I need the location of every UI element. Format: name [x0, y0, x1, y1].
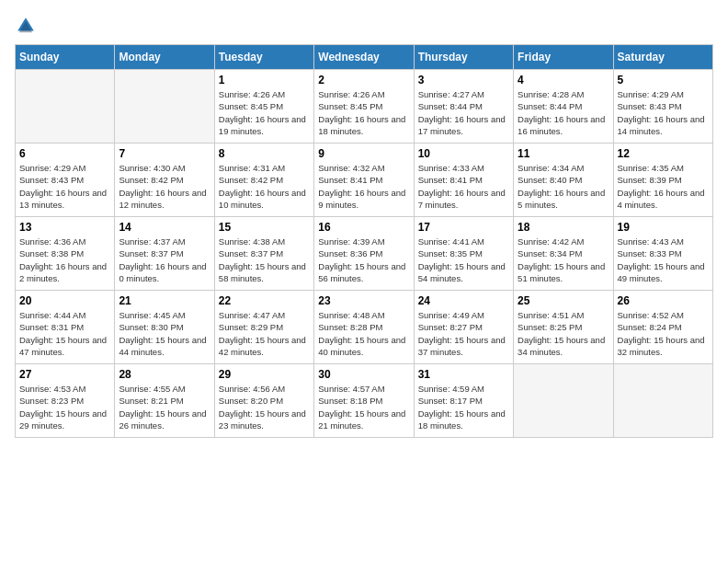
- day-number: 31: [418, 368, 509, 381]
- calendar-cell: [115, 70, 214, 144]
- day-number: 30: [318, 368, 409, 381]
- day-number: 14: [119, 221, 210, 234]
- day-number: 9: [318, 147, 409, 160]
- calendar-cell: 1Sunrise: 4:26 AM Sunset: 8:45 PM Daylig…: [214, 70, 313, 144]
- day-info: Sunrise: 4:35 AM Sunset: 8:39 PM Dayligh…: [618, 162, 709, 211]
- calendar-cell: 25Sunrise: 4:51 AM Sunset: 8:25 PM Dayli…: [514, 291, 613, 364]
- day-info: Sunrise: 4:57 AM Sunset: 8:18 PM Dayligh…: [318, 383, 409, 431]
- day-number: 1: [219, 74, 310, 86]
- calendar-cell: [613, 364, 712, 438]
- day-info: Sunrise: 4:30 AM Sunset: 8:42 PM Dayligh…: [119, 162, 210, 211]
- calendar-cell: 10Sunrise: 4:33 AM Sunset: 8:41 PM Dayli…: [414, 144, 513, 217]
- day-info: Sunrise: 4:53 AM Sunset: 8:23 PM Dayligh…: [19, 383, 110, 431]
- calendar-day-header: Friday: [514, 45, 613, 70]
- page-header: [15, 15, 713, 37]
- day-number: 6: [19, 147, 110, 160]
- day-number: 5: [618, 74, 709, 86]
- day-info: Sunrise: 4:26 AM Sunset: 8:45 PM Dayligh…: [318, 88, 409, 137]
- calendar-cell: 15Sunrise: 4:38 AM Sunset: 8:37 PM Dayli…: [214, 217, 313, 291]
- day-number: 25: [518, 294, 609, 307]
- calendar-day-header: Tuesday: [214, 45, 313, 70]
- calendar-day-header: Wednesday: [314, 45, 414, 70]
- day-number: 11: [518, 147, 609, 160]
- day-info: Sunrise: 4:34 AM Sunset: 8:40 PM Dayligh…: [518, 162, 609, 211]
- calendar-cell: 6Sunrise: 4:29 AM Sunset: 8:43 PM Daylig…: [16, 144, 115, 217]
- day-number: 24: [418, 294, 509, 307]
- calendar-cell: 21Sunrise: 4:45 AM Sunset: 8:30 PM Dayli…: [115, 291, 214, 364]
- day-info: Sunrise: 4:31 AM Sunset: 8:42 PM Dayligh…: [219, 162, 310, 211]
- day-number: 23: [318, 294, 409, 307]
- calendar-cell: 31Sunrise: 4:59 AM Sunset: 8:17 PM Dayli…: [414, 364, 513, 438]
- calendar-cell: 12Sunrise: 4:35 AM Sunset: 8:39 PM Dayli…: [613, 144, 712, 217]
- calendar-cell: 5Sunrise: 4:29 AM Sunset: 8:43 PM Daylig…: [613, 70, 712, 144]
- calendar-cell: 23Sunrise: 4:48 AM Sunset: 8:28 PM Dayli…: [314, 291, 414, 364]
- calendar-day-header: Saturday: [613, 45, 712, 70]
- day-info: Sunrise: 4:36 AM Sunset: 8:38 PM Dayligh…: [19, 236, 110, 284]
- calendar-cell: 8Sunrise: 4:31 AM Sunset: 8:42 PM Daylig…: [214, 144, 313, 217]
- day-info: Sunrise: 4:43 AM Sunset: 8:33 PM Dayligh…: [618, 236, 709, 284]
- calendar-cell: 16Sunrise: 4:39 AM Sunset: 8:36 PM Dayli…: [314, 217, 414, 291]
- day-info: Sunrise: 4:44 AM Sunset: 8:31 PM Dayligh…: [19, 309, 110, 358]
- calendar-cell: 9Sunrise: 4:32 AM Sunset: 8:41 PM Daylig…: [314, 144, 414, 217]
- day-number: 22: [219, 294, 310, 307]
- day-info: Sunrise: 4:33 AM Sunset: 8:41 PM Dayligh…: [418, 162, 509, 211]
- day-info: Sunrise: 4:52 AM Sunset: 8:24 PM Dayligh…: [618, 309, 709, 358]
- day-number: 27: [19, 368, 110, 381]
- logo-icon: [15, 15, 37, 37]
- calendar-day-header: Thursday: [414, 45, 513, 70]
- day-number: 21: [119, 294, 210, 307]
- day-number: 18: [518, 221, 609, 234]
- day-info: Sunrise: 4:55 AM Sunset: 8:21 PM Dayligh…: [119, 383, 210, 431]
- calendar-cell: 11Sunrise: 4:34 AM Sunset: 8:40 PM Dayli…: [514, 144, 613, 217]
- day-info: Sunrise: 4:48 AM Sunset: 8:28 PM Dayligh…: [318, 309, 409, 358]
- day-info: Sunrise: 4:28 AM Sunset: 8:44 PM Dayligh…: [518, 88, 609, 137]
- day-number: 28: [119, 368, 210, 381]
- calendar-cell: 28Sunrise: 4:55 AM Sunset: 8:21 PM Dayli…: [115, 364, 214, 438]
- calendar-cell: 14Sunrise: 4:37 AM Sunset: 8:37 PM Dayli…: [115, 217, 214, 291]
- calendar-cell: [514, 364, 613, 438]
- calendar-cell: 2Sunrise: 4:26 AM Sunset: 8:45 PM Daylig…: [314, 70, 414, 144]
- logo: [15, 15, 40, 37]
- calendar-cell: 27Sunrise: 4:53 AM Sunset: 8:23 PM Dayli…: [16, 364, 115, 438]
- day-number: 12: [618, 147, 709, 160]
- calendar-cell: 3Sunrise: 4:27 AM Sunset: 8:44 PM Daylig…: [414, 70, 513, 144]
- day-number: 16: [318, 221, 409, 234]
- calendar-day-header: Monday: [115, 45, 214, 70]
- day-number: 13: [19, 221, 110, 234]
- day-info: Sunrise: 4:26 AM Sunset: 8:45 PM Dayligh…: [219, 88, 310, 137]
- calendar-cell: 18Sunrise: 4:42 AM Sunset: 8:34 PM Dayli…: [514, 217, 613, 291]
- day-info: Sunrise: 4:32 AM Sunset: 8:41 PM Dayligh…: [318, 162, 409, 211]
- calendar-cell: 26Sunrise: 4:52 AM Sunset: 8:24 PM Dayli…: [613, 291, 712, 364]
- day-info: Sunrise: 4:47 AM Sunset: 8:29 PM Dayligh…: [219, 309, 310, 358]
- day-info: Sunrise: 4:49 AM Sunset: 8:27 PM Dayligh…: [418, 309, 509, 358]
- calendar-table: SundayMondayTuesdayWednesdayThursdayFrid…: [15, 44, 713, 438]
- calendar-cell: 17Sunrise: 4:41 AM Sunset: 8:35 PM Dayli…: [414, 217, 513, 291]
- calendar-cell: [16, 70, 115, 144]
- day-info: Sunrise: 4:45 AM Sunset: 8:30 PM Dayligh…: [119, 309, 210, 358]
- day-number: 29: [219, 368, 310, 381]
- calendar-cell: 7Sunrise: 4:30 AM Sunset: 8:42 PM Daylig…: [115, 144, 214, 217]
- calendar-cell: 19Sunrise: 4:43 AM Sunset: 8:33 PM Dayli…: [613, 217, 712, 291]
- day-info: Sunrise: 4:59 AM Sunset: 8:17 PM Dayligh…: [418, 383, 509, 431]
- calendar-cell: 24Sunrise: 4:49 AM Sunset: 8:27 PM Dayli…: [414, 291, 513, 364]
- day-info: Sunrise: 4:37 AM Sunset: 8:37 PM Dayligh…: [119, 236, 210, 284]
- day-number: 3: [418, 74, 509, 86]
- day-number: 20: [19, 294, 110, 307]
- day-info: Sunrise: 4:29 AM Sunset: 8:43 PM Dayligh…: [19, 162, 110, 211]
- calendar-cell: 13Sunrise: 4:36 AM Sunset: 8:38 PM Dayli…: [16, 217, 115, 291]
- day-number: 4: [518, 74, 609, 86]
- day-info: Sunrise: 4:51 AM Sunset: 8:25 PM Dayligh…: [518, 309, 609, 358]
- day-info: Sunrise: 4:27 AM Sunset: 8:44 PM Dayligh…: [418, 88, 509, 137]
- day-number: 2: [318, 74, 409, 86]
- day-info: Sunrise: 4:42 AM Sunset: 8:34 PM Dayligh…: [518, 236, 609, 284]
- calendar-cell: 4Sunrise: 4:28 AM Sunset: 8:44 PM Daylig…: [514, 70, 613, 144]
- day-number: 17: [418, 221, 509, 234]
- calendar-cell: 22Sunrise: 4:47 AM Sunset: 8:29 PM Dayli…: [214, 291, 313, 364]
- calendar-cell: 30Sunrise: 4:57 AM Sunset: 8:18 PM Dayli…: [314, 364, 414, 438]
- day-number: 10: [418, 147, 509, 160]
- day-number: 26: [618, 294, 709, 307]
- calendar-cell: 20Sunrise: 4:44 AM Sunset: 8:31 PM Dayli…: [16, 291, 115, 364]
- day-info: Sunrise: 4:29 AM Sunset: 8:43 PM Dayligh…: [618, 88, 709, 137]
- day-number: 15: [219, 221, 310, 234]
- day-info: Sunrise: 4:41 AM Sunset: 8:35 PM Dayligh…: [418, 236, 509, 284]
